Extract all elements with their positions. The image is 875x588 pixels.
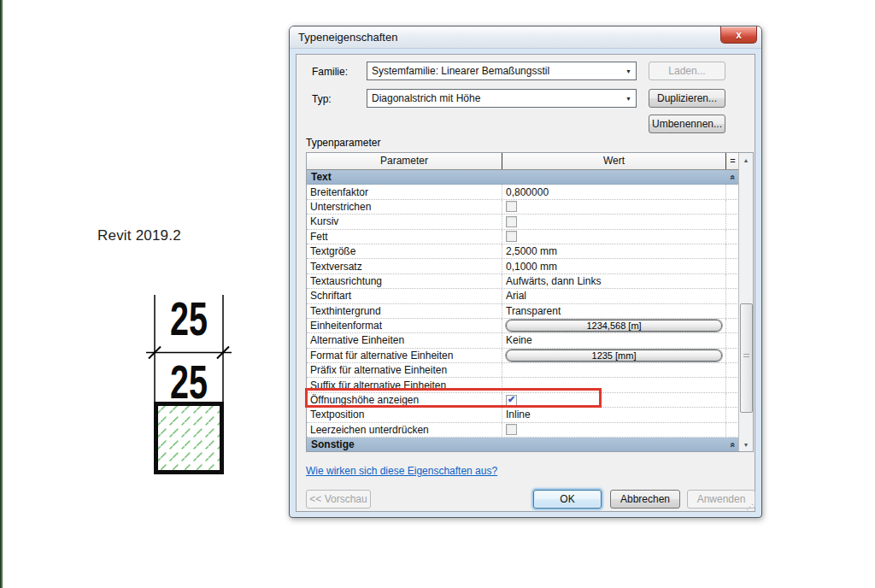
dimension-figure: 25 25 (137, 291, 239, 479)
param-value: Keine (506, 334, 532, 346)
scroll-down-button[interactable]: ▼ (739, 438, 753, 451)
eq-cell (726, 378, 739, 391)
param-value-cell[interactable]: 0,800000 (502, 185, 726, 198)
resize-grip-icon[interactable]: ⋰ (746, 503, 754, 511)
dialog-titlebar[interactable]: Typeneigenschaften (290, 26, 761, 49)
eq-cell (726, 304, 739, 318)
param-value-cell[interactable]: Aufwärts, dann Links (502, 274, 726, 288)
scroll-up-icon: ▲ (743, 157, 749, 163)
param-row[interactable]: TextpositionInline (307, 408, 739, 422)
eq-cell (726, 200, 739, 214)
param-row[interactable]: Textgröße2,5000 mm (307, 244, 739, 259)
param-row[interactable]: Unterstrichen (307, 200, 739, 215)
param-value-cell[interactable] (502, 200, 726, 214)
param-value-cell[interactable]: Keine (502, 333, 726, 347)
header-value: Wert (502, 153, 726, 169)
param-value: 2,5000 mm (506, 245, 557, 257)
param-value-cell[interactable]: 1234,568 [m] (502, 319, 726, 332)
param-row[interactable]: TexthintergrundTransparent (307, 304, 739, 319)
dialog-body: Familie: Systemfamilie: Linearer Bemaßun… (296, 54, 755, 512)
param-name: Einheitenformat (307, 319, 502, 332)
value-checkbox[interactable] (506, 201, 517, 212)
param-value: 0,1000 mm (506, 261, 557, 273)
type-dropdown[interactable]: Diagonalstrich mit Höhe ▼ (367, 89, 637, 108)
param-name: Alternative Einheiten (307, 333, 502, 347)
param-value-cell[interactable]: ✔ (502, 393, 726, 407)
param-value-cell[interactable] (502, 423, 726, 437)
param-row[interactable]: Format für alternative Einheiten1235 [mm… (307, 349, 739, 363)
eq-cell (726, 244, 739, 258)
chevron-collapse-icon[interactable]: « (727, 174, 737, 179)
apply-button: Anwenden (687, 490, 755, 509)
family-dropdown[interactable]: Systemfamilie: Linearer Bemaßungsstil ▼ (367, 62, 637, 80)
eq-cell (726, 230, 739, 244)
param-name: Textversatz (307, 259, 502, 273)
param-value-cell[interactable] (502, 363, 726, 377)
eq-cell (726, 408, 739, 421)
header-parameter: Parameter (307, 153, 502, 169)
eq-cell (726, 319, 739, 332)
scroll-up-button[interactable]: ▲ (739, 153, 753, 167)
param-row[interactable]: Kursiv (307, 215, 739, 229)
param-row[interactable]: Einheitenformat1234,568 [m] (307, 319, 739, 333)
ok-button[interactable]: OK (533, 490, 602, 509)
dimension-value-top: 25 (170, 291, 208, 345)
param-section-row[interactable]: Sonstige« (307, 438, 739, 451)
chevron-collapse-icon[interactable]: « (727, 442, 737, 447)
value-checkbox[interactable] (506, 231, 517, 242)
param-name: Fett (307, 230, 502, 244)
param-value-cell[interactable] (502, 230, 726, 244)
param-value: Inline (506, 409, 531, 420)
param-row[interactable]: Leerzeichen unterdrücken (307, 423, 739, 438)
duplicate-button[interactable]: Duplizieren... (649, 89, 725, 108)
param-row[interactable]: Breitenfaktor0,800000 (307, 185, 739, 199)
param-row[interactable]: Präfix für alternative Einheiten (307, 363, 739, 378)
param-name: Breitenfaktor (307, 185, 502, 198)
param-row[interactable]: SchriftartArial (307, 289, 739, 303)
scrollbar-grip-icon (743, 354, 749, 359)
help-link[interactable]: Wie wirken sich diese Eigenschaften aus? (306, 465, 497, 477)
family-label: Familie: (312, 66, 348, 78)
cancel-button[interactable]: Abbrechen (610, 490, 680, 509)
param-name: Präfix für alternative Einheiten (307, 363, 502, 377)
param-value: 0,800000 (506, 186, 549, 198)
value-checkbox[interactable]: ✔ (506, 395, 517, 406)
param-value-cell[interactable] (502, 378, 726, 391)
param-row[interactable]: Fett (307, 230, 739, 244)
param-value-cell[interactable]: 1235 [mm] (502, 349, 726, 362)
scrollbar-thumb[interactable] (740, 303, 753, 413)
param-value-cell[interactable]: Inline (502, 408, 726, 421)
param-name: Leerzeichen unterdrücken (307, 423, 502, 437)
value-checkbox[interactable] (506, 424, 517, 435)
param-row[interactable]: Öffnungshöhe anzeigen✔ (307, 393, 739, 408)
close-button[interactable]: x (720, 26, 757, 44)
param-row[interactable]: TextausrichtungAufwärts, dann Links (307, 274, 739, 289)
dimension-value-bottom: 25 (170, 355, 208, 409)
param-value-cell[interactable] (502, 215, 726, 228)
param-value-cell[interactable]: Arial (502, 289, 726, 303)
check-icon: ✔ (508, 395, 515, 404)
param-row[interactable]: Textversatz0,1000 mm (307, 259, 739, 273)
param-name: Öffnungshöhe anzeigen (307, 393, 502, 407)
param-section-row[interactable]: Text« (307, 170, 739, 185)
section-label: Text (311, 171, 332, 183)
param-value: Arial (506, 290, 526, 302)
family-dropdown-value: Systemfamilie: Linearer Bemaßungsstil (372, 65, 549, 77)
param-value-cell[interactable]: 2,5000 mm (502, 244, 726, 258)
chevron-down-icon: ▼ (620, 96, 631, 102)
preview-button: << Vorschau (306, 490, 371, 509)
type-parameters-table: Parameter Wert = Text«Breitenfaktor0,800… (306, 152, 754, 452)
unit-format-button[interactable]: 1234,568 [m] (506, 320, 722, 332)
param-value-cell[interactable]: Transparent (502, 304, 726, 318)
param-row[interactable]: Suffix für alternative Einheiten (307, 378, 739, 392)
eq-cell (726, 423, 739, 437)
param-value-cell[interactable]: 0,1000 mm (502, 259, 726, 273)
typeparams-label: Typenparameter (306, 137, 380, 149)
unit-format-button[interactable]: 1235 [mm] (506, 350, 722, 362)
param-row[interactable]: Alternative EinheitenKeine (307, 333, 739, 348)
value-checkbox[interactable] (506, 216, 517, 227)
vertical-scrollbar[interactable]: ▲ ▼ (738, 153, 753, 451)
rename-button[interactable]: Umbenennen... (649, 115, 725, 133)
param-name: Textausrichtung (307, 274, 502, 288)
close-icon: x (736, 30, 742, 40)
